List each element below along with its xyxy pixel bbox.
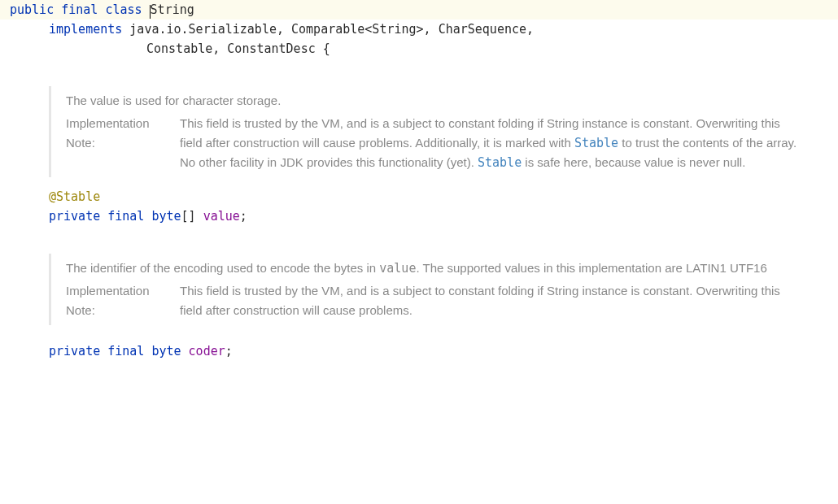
semicolon: ;	[225, 344, 233, 358]
javadoc-summary: The value is used for character storage.	[66, 91, 797, 111]
semicolon: ;	[240, 209, 247, 224]
code-line-3[interactable]: Constable, ConstantDesc {	[0, 39, 838, 59]
implements-list-1: java.io.Serializable, Comparable<String>…	[122, 22, 534, 37]
javadoc-impl-note-label: Implementation Note:	[66, 114, 180, 153]
keyword-private: private	[49, 344, 100, 358]
type-byte: byte	[151, 209, 181, 224]
keyword-implements: implements	[49, 22, 122, 37]
keyword-final: final	[61, 2, 98, 17]
keyword-class: class	[105, 2, 142, 17]
javadoc-link-stable[interactable]: Stable	[574, 136, 618, 150]
javadoc-impl-note-row: Implementation Note: This field is trust…	[66, 281, 797, 320]
class-name: String	[151, 2, 194, 17]
code-line-2[interactable]: implements java.io.Serializable, Compara…	[0, 20, 838, 39]
field-name-value: value	[203, 209, 240, 224]
javadoc-impl-note-body: This field is trusted by the VM, and is …	[180, 114, 797, 172]
javadoc-impl-note-body: This field is trusted by the VM, and is …	[180, 281, 797, 320]
brackets: []	[181, 209, 196, 224]
javadoc-code-value: value	[379, 261, 416, 276]
type-byte: byte	[151, 344, 181, 358]
keyword-private: private	[49, 209, 100, 224]
javadoc-block-coder: The identifier of the encoding used to e…	[49, 254, 797, 325]
field-name-coder: coder	[189, 344, 225, 358]
keyword-final: final	[107, 344, 144, 358]
javadoc-impl-note-label: Implementation Note:	[66, 281, 180, 320]
javadoc-link-stable[interactable]: Stable	[478, 155, 522, 170]
javadoc-block-value: The value is used for character storage.…	[49, 86, 797, 177]
javadoc-summary: The identifier of the encoding used to e…	[66, 259, 797, 278]
implements-list-2: Constable, ConstantDesc {	[146, 41, 330, 56]
code-line-field-value[interactable]: private final byte[] value;	[0, 206, 838, 226]
code-line-field-coder[interactable]: private final byte coder;	[0, 341, 838, 361]
javadoc-impl-note-row: Implementation Note: This field is trust…	[66, 114, 797, 172]
annotation-stable: @Stable	[49, 189, 100, 204]
keyword-final: final	[107, 209, 144, 224]
code-line-annotation[interactable]: @Stable	[0, 187, 838, 206]
code-editor[interactable]: public final class String implements jav…	[0, 0, 838, 361]
text-caret	[150, 5, 151, 19]
code-line-1[interactable]: public final class String	[0, 0, 838, 20]
keyword-public: public	[10, 2, 54, 17]
